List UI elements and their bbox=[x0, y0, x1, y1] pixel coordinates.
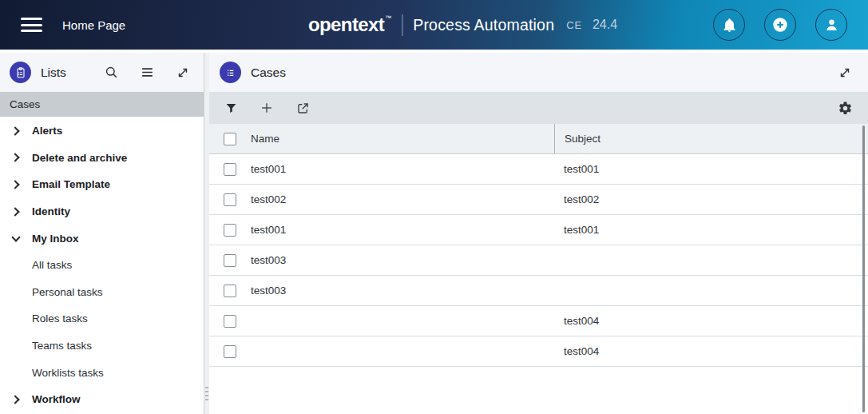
chevron-down-icon[interactable] bbox=[10, 237, 22, 241]
sidebar-item-label: Workflow bbox=[32, 393, 81, 405]
cell-name: test003 bbox=[251, 285, 554, 297]
cases-panel: Cases bbox=[209, 53, 868, 414]
add-button[interactable] bbox=[764, 9, 796, 41]
sidebar-item-my-inbox[interactable]: My Inbox bbox=[0, 225, 204, 252]
table-scrollbar[interactable] bbox=[859, 124, 868, 414]
cell-subject: test004 bbox=[554, 315, 868, 327]
sidebar-item-worklists-tasks[interactable]: Worklists tasks bbox=[0, 359, 204, 386]
sidebar-item-label: Teams tasks bbox=[32, 340, 92, 352]
cases-table: Name Subject test001test001test002test00… bbox=[209, 124, 868, 414]
sidebar-item-workflow[interactable]: Workflow bbox=[0, 386, 204, 413]
add-case-button[interactable] bbox=[259, 100, 275, 116]
sidebar-item-label: Alerts bbox=[32, 125, 62, 137]
gear-icon bbox=[838, 101, 853, 116]
row-checkbox[interactable] bbox=[224, 254, 236, 267]
column-header-name[interactable]: Name bbox=[251, 133, 554, 145]
cell-subject: test002 bbox=[554, 193, 868, 205]
cell-name: test002 bbox=[251, 193, 554, 205]
cell-name: test001 bbox=[251, 163, 554, 175]
row-checkbox[interactable] bbox=[224, 224, 236, 237]
splitter-grip-icon[interactable] bbox=[205, 387, 208, 400]
sidebar-item-all-tasks[interactable]: All tasks bbox=[0, 252, 204, 279]
cases-expand-button[interactable] bbox=[837, 65, 853, 81]
plus-icon bbox=[259, 100, 275, 116]
sidebar-item-identity[interactable]: Identity bbox=[0, 198, 204, 225]
table-header-row: Name Subject bbox=[209, 124, 868, 154]
version-label: 24.4 bbox=[593, 18, 617, 32]
sidebar-item-email-template[interactable]: Email Template bbox=[0, 171, 204, 198]
table-row[interactable]: test004 bbox=[209, 306, 868, 336]
chevron-right-icon[interactable] bbox=[10, 209, 22, 215]
table-row[interactable]: test001test001 bbox=[209, 154, 868, 185]
sidebar-item-teams-tasks[interactable]: Teams tasks bbox=[0, 332, 204, 360]
sidebar-expand-button[interactable] bbox=[175, 65, 191, 81]
sidebar-item-label: Roles tasks bbox=[32, 312, 88, 324]
expand-diagonal-icon bbox=[176, 66, 190, 80]
row-checkbox[interactable] bbox=[224, 315, 236, 328]
bullet-list-icon bbox=[224, 66, 237, 79]
table-row[interactable]: test003 bbox=[209, 276, 868, 306]
cases-list-icon bbox=[220, 62, 241, 83]
table-row[interactable]: test001test001 bbox=[209, 215, 868, 245]
column-header-subject[interactable]: Subject bbox=[554, 124, 868, 153]
row-checkbox[interactable] bbox=[224, 193, 236, 206]
sidebar-item-label: All tasks bbox=[32, 259, 72, 271]
sidebar-item-cases-selected[interactable]: Cases bbox=[0, 92, 204, 117]
content-area: Lists bbox=[0, 50, 868, 414]
search-button[interactable] bbox=[103, 65, 119, 81]
sidebar-item-label: Worklists tasks bbox=[32, 367, 104, 379]
sidebar-item-label: Delete and archive bbox=[32, 152, 127, 164]
cell-subject: test001 bbox=[554, 163, 868, 175]
cases-title: Cases bbox=[251, 66, 286, 80]
sidebar-item-alerts[interactable]: Alerts bbox=[0, 117, 204, 145]
sidebar-item-label: My Inbox bbox=[32, 233, 79, 245]
chevron-right-icon[interactable] bbox=[10, 154, 22, 161]
row-checkbox[interactable] bbox=[224, 345, 236, 358]
lists-app-icon bbox=[10, 62, 31, 83]
table-body: test001test001test002test002test001test0… bbox=[209, 154, 868, 367]
sidebar-item-label: Identity bbox=[32, 205, 70, 217]
sidebar-title: Lists bbox=[41, 66, 66, 80]
row-checkbox[interactable] bbox=[224, 285, 236, 297]
edition-label: CE bbox=[566, 19, 582, 31]
panel-splitter[interactable] bbox=[204, 53, 209, 414]
sidebar-item-personal-tasks[interactable]: Personal tasks bbox=[0, 279, 204, 306]
profile-button[interactable] bbox=[815, 9, 847, 41]
table-row[interactable]: test003 bbox=[209, 245, 868, 276]
chevron-right-icon[interactable] bbox=[10, 128, 22, 134]
filter-button[interactable] bbox=[223, 100, 239, 116]
row-checkbox[interactable] bbox=[224, 163, 236, 176]
brand-divider bbox=[402, 14, 402, 36]
open-in-new-button[interactable] bbox=[295, 100, 311, 116]
scrollbar-thumb[interactable] bbox=[862, 125, 865, 412]
sidebar-item-roles-tasks[interactable]: Roles tasks bbox=[0, 305, 204, 332]
sidebar-item-delete-and-archive[interactable]: Delete and archive bbox=[0, 145, 204, 172]
brand-logo: opentext™ Process Automation CE 24.4 bbox=[308, 14, 617, 36]
select-all-checkbox[interactable] bbox=[224, 133, 236, 145]
sidebar-menu-button[interactable] bbox=[139, 65, 155, 81]
lists-sidebar: Lists bbox=[0, 53, 204, 414]
cell-subject: test001 bbox=[554, 224, 868, 236]
menu-icon bbox=[140, 65, 155, 80]
chevron-right-icon[interactable] bbox=[10, 181, 22, 188]
search-icon bbox=[104, 65, 119, 80]
person-icon bbox=[823, 17, 840, 34]
filter-funnel-icon bbox=[224, 101, 239, 116]
settings-button[interactable] bbox=[837, 100, 853, 116]
table-row[interactable]: test002test002 bbox=[209, 185, 868, 215]
cases-toolbar bbox=[209, 92, 868, 124]
clipboard-icon bbox=[14, 66, 27, 79]
table-row[interactable]: test004 bbox=[209, 336, 868, 367]
notifications-button[interactable] bbox=[713, 9, 745, 41]
chevron-right-icon[interactable] bbox=[10, 396, 22, 403]
cases-panel-header: Cases bbox=[209, 53, 868, 92]
home-page-link[interactable]: Home Page bbox=[62, 18, 125, 32]
opentext-wordmark: opentext bbox=[308, 14, 384, 36]
topbar-actions bbox=[713, 9, 847, 41]
cell-name: test001 bbox=[251, 224, 554, 236]
open-in-new-icon bbox=[295, 101, 311, 116]
cell-name: test003 bbox=[251, 254, 554, 266]
hamburger-menu-icon[interactable] bbox=[21, 14, 42, 36]
sidebar-tree: AlertsDelete and archiveEmail TemplateId… bbox=[0, 117, 204, 414]
sidebar-header: Lists bbox=[0, 53, 204, 92]
